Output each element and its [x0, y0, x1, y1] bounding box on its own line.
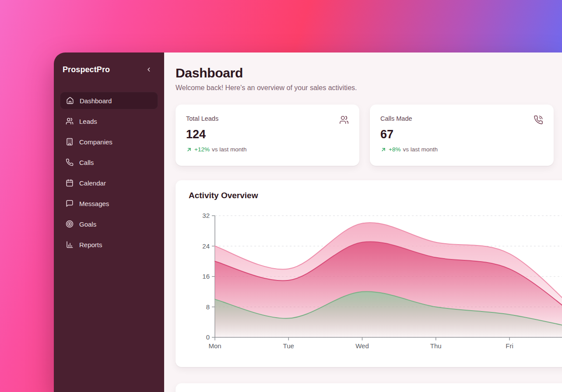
page-title: Dashboard: [176, 66, 562, 80]
trend-percent: +12%: [194, 146, 210, 153]
arrow-up-right-icon: [380, 147, 386, 153]
stat-label: Calls Made: [380, 115, 412, 122]
message-square-icon: [66, 200, 74, 207]
page-subtitle: Welcome back! Here's an overview of your…: [176, 84, 562, 92]
sidebar: ProspectPro Dashboard Leads: [54, 52, 164, 392]
sidebar-item-label: Leads: [79, 118, 97, 125]
target-icon: [66, 220, 74, 228]
calendar-icon: [66, 179, 74, 187]
sidebar-item-label: Calls: [79, 159, 94, 166]
sidebar-item-label: Dashboard: [80, 97, 112, 105]
sidebar-item-dashboard[interactable]: Dashboard: [60, 92, 158, 109]
sidebar-item-label: Companies: [79, 138, 112, 146]
trend-suffix: vs last month: [403, 146, 438, 153]
app-logo-text: ProspectPro: [63, 65, 110, 74]
sidebar-item-goals[interactable]: Goals: [60, 215, 158, 233]
sidebar-header: ProspectPro: [60, 62, 158, 77]
sidebar-item-messages[interactable]: Messages: [60, 195, 158, 212]
sidebar-item-calendar[interactable]: Calendar: [60, 174, 158, 192]
sidebar-nav: Dashboard Leads Companies Calls: [60, 92, 158, 253]
x-tick-label: Thu: [430, 342, 442, 350]
sidebar-item-companies[interactable]: Companies: [60, 133, 158, 150]
users-icon: [339, 115, 349, 125]
sidebar-item-reports[interactable]: Reports: [60, 236, 158, 253]
sidebar-collapse-button[interactable]: [143, 64, 155, 75]
stat-trend: +8% vs last month: [380, 146, 543, 153]
sidebar-item-label: Goals: [79, 220, 96, 228]
stat-trend: +12% vs last month: [186, 146, 349, 153]
home-icon: [66, 97, 74, 105]
phone-call-icon: [534, 115, 543, 125]
bar-chart-icon: [66, 241, 74, 248]
partial-card-bottom: [176, 383, 562, 392]
y-tick-label: 0: [206, 333, 210, 341]
y-tick-label: 16: [202, 273, 210, 280]
phone-icon: [66, 158, 74, 166]
activity-overview-card: Activity Overview 08162432MonTueWedThuFr…: [176, 180, 562, 367]
y-tick-label: 32: [202, 212, 210, 219]
main-content: Dashboard Welcome back! Here's an overvi…: [164, 52, 562, 392]
building-icon: [66, 138, 74, 146]
x-tick-label: Tue: [283, 342, 294, 350]
sidebar-item-calls[interactable]: Calls: [60, 154, 158, 171]
activity-chart: 08162432MonTueWedThuFri: [189, 204, 562, 353]
y-tick-label: 8: [206, 303, 210, 311]
chevron-left-icon: [145, 66, 152, 73]
trend-percent: +8%: [389, 146, 400, 153]
sidebar-item-label: Messages: [79, 200, 109, 207]
users-icon: [66, 117, 74, 125]
trend-suffix: vs last month: [212, 146, 247, 153]
stats-row: Total Leads 124 +12% vs last month Calls: [176, 105, 562, 166]
x-tick-label: Fri: [506, 342, 513, 350]
stat-label: Total Leads: [186, 115, 218, 122]
stat-value: 124: [186, 128, 349, 141]
arrow-up-right-icon: [186, 147, 192, 153]
stat-card-calls-made: Calls Made 67 +8% vs last month: [370, 105, 554, 166]
sidebar-item-label: Reports: [79, 241, 102, 248]
chart-title: Activity Overview: [189, 191, 562, 200]
stat-value: 67: [380, 128, 543, 141]
x-tick-label: Mon: [208, 342, 221, 350]
stat-card-total-leads: Total Leads 124 +12% vs last month: [176, 105, 359, 166]
y-tick-label: 24: [202, 242, 210, 250]
x-tick-label: Wed: [355, 342, 369, 350]
app-window: ProspectPro Dashboard Leads: [54, 52, 562, 392]
sidebar-item-leads[interactable]: Leads: [60, 112, 158, 130]
sidebar-item-label: Calendar: [79, 179, 106, 187]
